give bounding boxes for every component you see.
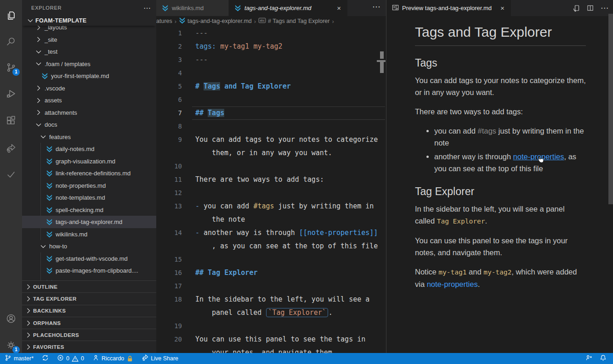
editor-line[interactable]: 15 [156, 253, 386, 266]
tree-item[interactable]: _test [22, 45, 156, 58]
breadcrumb-item[interactable]: atures [156, 18, 172, 24]
editor-line[interactable]: your notes, and navigate them. [156, 346, 386, 353]
sidebar-section-placeholders[interactable]: PLACEHOLDERS [22, 329, 156, 341]
status-item[interactable] [42, 354, 49, 363]
text-run: . [478, 280, 480, 288]
editor-line[interactable]: 12 [156, 186, 386, 200]
line-number: 14 [156, 226, 182, 240]
note-properties-link[interactable]: note-properties [427, 280, 478, 288]
editor-line[interactable]: 11There are two ways to add tags: [156, 173, 386, 186]
foam-file-icon [234, 5, 241, 11]
status-item[interactable]: Riccardo [92, 354, 133, 363]
tree-item[interactable]: tags-and-tag-explorer.md [22, 216, 156, 228]
status-item[interactable] [585, 354, 592, 363]
line-number: 20 [156, 333, 182, 346]
tree-item[interactable]: your-first-template.md [22, 70, 156, 82]
tree-item-label: paste-images-from-clipboard.... [56, 267, 138, 274]
tree-item[interactable]: assets [22, 94, 156, 106]
editor-line[interactable]: 4 [156, 67, 386, 80]
editor-line[interactable]: the note [156, 213, 386, 226]
tree-item-label: features [49, 134, 71, 140]
tree-item[interactable]: note-templates.md [22, 191, 156, 204]
tree-item[interactable]: spell-checking.md [22, 204, 156, 216]
tree-item[interactable]: .foam / templates [22, 58, 156, 70]
editor-line[interactable]: 3--- [156, 53, 386, 67]
editor-line[interactable]: them, or in any way you want. [156, 146, 386, 160]
editor-line[interactable]: 2tags: my-tag1 my-tag2 [156, 40, 386, 53]
tree-item[interactable]: wikilinks.md [22, 228, 156, 241]
tree-item[interactable]: link-reference-definitions.md [22, 167, 156, 179]
editor-line[interactable]: 10 [156, 160, 386, 173]
editor-line[interactable]: , as you can see at the top of this file [156, 240, 386, 253]
status-item[interactable]: master* [5, 354, 34, 363]
tree-item[interactable]: docs [22, 118, 156, 131]
more-actions-icon[interactable]: ⋯ [143, 4, 151, 12]
editor-tab[interactable]: wikilinks.md [156, 0, 229, 16]
status-item[interactable]: Live Share [142, 354, 178, 363]
line-number: 2 [156, 40, 182, 53]
sidebar-section-backlinks[interactable]: BACKLINKS [22, 305, 156, 317]
activity-search-icon[interactable] [0, 30, 22, 52]
editor-line[interactable]: 5# Tags and Tag Explorer [156, 80, 386, 93]
tree-item-label: link-reference-definitions.md [56, 170, 131, 177]
go-to-file-icon[interactable] [573, 5, 580, 12]
tree-item[interactable]: paste-images-from-clipboard.... [22, 264, 156, 277]
activity-live-share-icon[interactable] [0, 138, 22, 160]
editor-line[interactable]: 20You can use this panel to see the tags… [156, 333, 386, 346]
more-actions-icon[interactable]: ⋯ [601, 3, 608, 13]
foam-file-icon [46, 170, 53, 177]
activity-source-control-icon[interactable]: 1 [0, 56, 22, 78]
sidebar-section-orphans[interactable]: ORPHANS [22, 317, 156, 329]
editor-line[interactable]: 6 [156, 93, 386, 106]
text-run: You can add tags to your notes to catego… [415, 76, 586, 96]
tree-item[interactable]: daily-notes.md [22, 143, 156, 155]
note-properties-link[interactable]: note-properties [513, 152, 564, 161]
status-item[interactable] [600, 354, 607, 363]
editor-line[interactable]: 7## Tags [156, 106, 386, 120]
line-number: 13 [156, 200, 182, 213]
sidebar-section-favorites[interactable]: FAVORITES [22, 341, 156, 353]
workspace-root[interactable]: FOAM-TEMPLATE [22, 16, 156, 26]
close-icon[interactable]: × [336, 4, 342, 12]
split-editor-icon[interactable] [587, 5, 594, 11]
tree-item[interactable]: graph-visualization.md [22, 155, 156, 168]
tree-item[interactable]: features [22, 131, 156, 143]
tree-item[interactable]: .vscode [22, 82, 156, 95]
editor-tab[interactable]: tags-and-tag-explorer.md× [229, 0, 347, 16]
sidebar-section-outline[interactable]: OUTLINE [22, 280, 156, 292]
tree-item[interactable]: how-to [22, 240, 156, 252]
activity-files-icon[interactable] [0, 5, 22, 27]
activity-run-debug-icon[interactable] [0, 83, 22, 105]
activity-check-icon[interactable] [0, 163, 22, 185]
editor-line[interactable]: 13- you can add #tags just by writing th… [156, 200, 386, 213]
activity-account-icon[interactable] [0, 308, 22, 330]
text-run: Notice [415, 268, 438, 276]
editor-line[interactable]: 17 [156, 280, 386, 293]
editor-line[interactable]: 1--- [156, 27, 386, 40]
preview-scrollbar[interactable] [608, 14, 613, 204]
tree-item[interactable]: get-started-with-vscode.md [22, 252, 156, 265]
breadcrumb-item[interactable]: abc# Tags and Tag Explorer [258, 17, 329, 25]
tree-item[interactable]: attachments [22, 106, 156, 119]
divider [415, 45, 586, 46]
tree-item[interactable]: _site [22, 34, 156, 46]
editor-line[interactable]: 18In the sidebar to the left, you will s… [156, 293, 386, 306]
status-item[interactable]: 00 [57, 354, 84, 363]
editor-line[interactable]: 9You can add tags to your notes to categ… [156, 133, 386, 146]
close-icon[interactable]: × [499, 4, 505, 12]
tree-item[interactable]: note-properties.md [22, 179, 156, 192]
code-editor[interactable]: 1---2tags: my-tag1 my-tag23---45# Tags a… [156, 26, 386, 353]
tree-item-label: .foam / templates [45, 61, 91, 67]
line-number: 8 [156, 120, 182, 133]
editor-line[interactable]: 19 [156, 319, 386, 333]
activity-extensions-icon[interactable] [0, 109, 22, 131]
editor-line[interactable]: 16## Tag Explorer [156, 266, 386, 280]
chevron-right-icon [35, 97, 42, 104]
breadcrumb-item[interactable]: tags-and-tag-explorer.md [179, 17, 252, 25]
editor-line[interactable]: 8 [156, 120, 386, 133]
editor-line[interactable]: 14- another way is through [[note-proper… [156, 226, 386, 240]
sidebar-section-tag-explorer[interactable]: TAG EXPLORER [22, 292, 156, 304]
editor-line[interactable]: panel called `Tag Explorer`. [156, 306, 386, 319]
preview-tab[interactable]: Preview tags-and-tag-explorer.md× [386, 0, 511, 16]
editor-more-actions-icon[interactable]: ⋯ [372, 2, 380, 12]
